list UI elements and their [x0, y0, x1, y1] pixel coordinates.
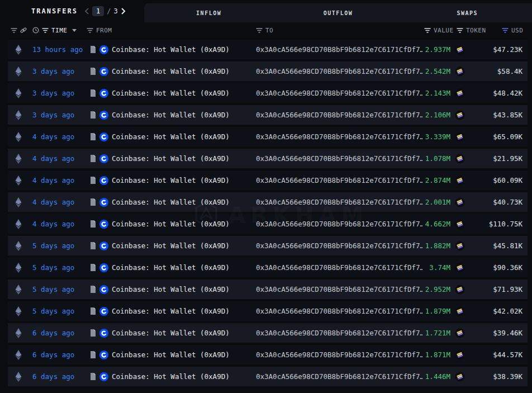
to-address-link[interactable]: 0x3A0cA566e98CD70B8bF9b6812e7C6171CfDf7…: [256, 329, 422, 337]
transfer-time-link[interactable]: 4 days ago: [32, 198, 88, 206]
ethereum-chain-icon[interactable]: [8, 263, 32, 273]
transfer-time-link[interactable]: 4 days ago: [32, 154, 88, 163]
next-page-chevron-icon[interactable]: [121, 8, 126, 15]
from-entity-link[interactable]: Coinbase: Hot Wallet (0xA9D): [112, 242, 230, 250]
transaction-document-icon[interactable]: [90, 111, 96, 119]
token-icon[interactable]: [450, 45, 469, 55]
transfer-time-link[interactable]: 5 days ago: [32, 242, 88, 250]
transfer-time-link[interactable]: 4 days ago: [32, 220, 88, 228]
transaction-document-icon[interactable]: [90, 198, 96, 206]
token-icon[interactable]: [450, 176, 469, 186]
ethereum-chain-icon[interactable]: [8, 372, 32, 382]
transaction-document-icon[interactable]: [90, 46, 96, 53]
token-icon[interactable]: [450, 88, 469, 98]
transaction-document-icon[interactable]: [90, 220, 96, 228]
from-entity-link[interactable]: Coinbase: Hot Wallet (0xA9D): [112, 67, 230, 75]
to-address-link[interactable]: 0x3A0cA566e98CD70B8bF9b6812e7C6171CfDf7…: [256, 176, 422, 184]
transfer-time-link[interactable]: 6 days ago: [32, 372, 88, 381]
to-address-link[interactable]: 0x3A0cA566e98CD70B8bF9b6812e7C6171CfDf7…: [256, 111, 422, 119]
transaction-document-icon[interactable]: [90, 351, 96, 358]
from-entity-link[interactable]: Coinbase: Hot Wallet (0xA9D): [112, 351, 230, 359]
token-icon[interactable]: [450, 285, 469, 295]
filter-funnel-icon[interactable]: [256, 27, 263, 34]
from-entity-link[interactable]: Coinbase: Hot Wallet (0xA9D): [112, 132, 230, 141]
ethereum-chain-icon[interactable]: [8, 350, 32, 360]
ethereum-chain-icon[interactable]: [8, 306, 32, 316]
filter-funnel-icon[interactable]: [11, 27, 17, 34]
transaction-document-icon[interactable]: [90, 307, 96, 315]
to-address-link[interactable]: 0x3A0cA566e98CD70B8bF9b6812e7C6171CfDf7…: [256, 198, 422, 206]
to-address-link[interactable]: 0x3A0cA566e98CD70B8bF9b6812e7C6171CfDf7…: [256, 67, 422, 75]
token-icon[interactable]: [450, 197, 469, 207]
column-header-token[interactable]: TOKEN: [466, 27, 486, 34]
transaction-document-icon[interactable]: [90, 177, 96, 184]
transaction-document-icon[interactable]: [90, 155, 96, 162]
token-icon[interactable]: [450, 241, 469, 251]
transaction-document-icon[interactable]: [90, 373, 96, 380]
token-icon[interactable]: [450, 154, 469, 164]
chevron-down-icon[interactable]: [72, 29, 77, 32]
tab-inflow[interactable]: INFLOW: [144, 3, 273, 22]
ethereum-chain-icon[interactable]: [8, 328, 32, 338]
transfer-time-link[interactable]: 5 days ago: [32, 285, 88, 293]
ethereum-chain-icon[interactable]: [8, 67, 32, 77]
to-address-link[interactable]: 0x3A0cA566e98CD70B8bF9b6812e7C6171CfDf7…: [256, 45, 422, 54]
token-icon[interactable]: [450, 219, 469, 229]
to-address-link[interactable]: 0x3A0cA566e98CD70B8bF9b6812e7C6171CfDf7…: [256, 307, 422, 315]
from-entity-link[interactable]: Coinbase: Hot Wallet (0xA9D): [112, 285, 230, 293]
ethereum-chain-icon[interactable]: [8, 132, 32, 142]
tab-outflow[interactable]: OUTFLOW: [273, 3, 402, 22]
transaction-document-icon[interactable]: [90, 286, 96, 293]
link-icon[interactable]: [20, 27, 27, 34]
token-icon[interactable]: [450, 306, 469, 316]
ethereum-chain-icon[interactable]: [8, 45, 32, 55]
filter-funnel-icon[interactable]: [87, 27, 93, 34]
transaction-document-icon[interactable]: [90, 68, 96, 75]
to-address-link[interactable]: 0x3A0cA566e98CD70B8bF9b6812e7C6171CfDf7…: [256, 351, 422, 359]
from-entity-link[interactable]: Coinbase: Hot Wallet (0xA9D): [112, 89, 230, 97]
transfer-time-link[interactable]: 6 days ago: [32, 329, 88, 337]
transfer-time-link[interactable]: 4 days ago: [32, 176, 88, 184]
column-header-time[interactable]: TIME: [51, 27, 68, 34]
ethereum-chain-icon[interactable]: [8, 219, 32, 229]
column-header-from[interactable]: FROM: [96, 27, 112, 34]
ethereum-chain-icon[interactable]: [8, 154, 32, 164]
transfer-time-link[interactable]: 4 days ago: [32, 132, 88, 141]
filter-funnel-icon-active[interactable]: [502, 27, 509, 34]
transfer-time-link[interactable]: 6 days ago: [32, 351, 88, 359]
transfer-time-link[interactable]: 5 days ago: [32, 307, 88, 315]
previous-page-chevron-icon[interactable]: [84, 8, 89, 15]
from-entity-link[interactable]: Coinbase: Hot Wallet (0xA9D): [112, 220, 230, 228]
transfer-time-link[interactable]: 3 days ago: [32, 89, 88, 97]
token-icon[interactable]: [450, 110, 469, 120]
filter-funnel-icon[interactable]: [424, 27, 431, 34]
ethereum-chain-icon[interactable]: [8, 241, 32, 251]
to-address-link[interactable]: 0x3A0cA566e98CD70B8bF9b6812e7C6171CfDf7…: [256, 285, 422, 293]
column-header-to[interactable]: TO: [265, 27, 273, 34]
from-entity-link[interactable]: Coinbase: Hot Wallet (0xA9D): [112, 307, 230, 315]
from-entity-link[interactable]: Coinbase: Hot Wallet (0xA9D): [112, 45, 230, 54]
from-entity-link[interactable]: Coinbase: Hot Wallet (0xA9D): [112, 372, 230, 381]
ethereum-chain-icon[interactable]: [8, 176, 32, 186]
from-entity-link[interactable]: Coinbase: Hot Wallet (0xA9D): [112, 263, 230, 272]
transaction-document-icon[interactable]: [90, 89, 96, 97]
filter-funnel-icon[interactable]: [42, 27, 49, 34]
token-icon[interactable]: [450, 372, 469, 382]
to-address-link[interactable]: 0x3A0cA566e98CD70B8bF9b6812e7C6171CfDf7…: [256, 242, 422, 250]
from-entity-link[interactable]: Coinbase: Hot Wallet (0xA9D): [112, 154, 230, 163]
transaction-document-icon[interactable]: [90, 329, 96, 337]
transfer-time-link[interactable]: 5 days ago: [32, 263, 88, 272]
transaction-document-icon[interactable]: [90, 133, 96, 140]
to-address-link[interactable]: 0x3A0cA566e98CD70B8bF9b6812e7C6171CfDf7…: [256, 154, 422, 163]
from-entity-link[interactable]: Coinbase: Hot Wallet (0xA9D): [112, 198, 230, 206]
column-header-usd[interactable]: USD: [511, 27, 523, 34]
to-address-link[interactable]: 0x3A0cA566e98CD70B8bF9b6812e7C6171CfDf7…: [256, 263, 422, 272]
ethereum-chain-icon[interactable]: [8, 197, 32, 207]
current-page-indicator[interactable]: 1: [92, 6, 104, 16]
ethereum-chain-icon[interactable]: [8, 285, 32, 295]
token-icon[interactable]: [450, 263, 469, 273]
transfer-time-link[interactable]: 13 hours ago: [32, 45, 88, 54]
transaction-document-icon[interactable]: [90, 264, 96, 271]
transfer-time-link[interactable]: 3 days ago: [32, 67, 88, 75]
to-address-link[interactable]: 0x3A0cA566e98CD70B8bF9b6812e7C6171CfDf7…: [256, 132, 422, 141]
